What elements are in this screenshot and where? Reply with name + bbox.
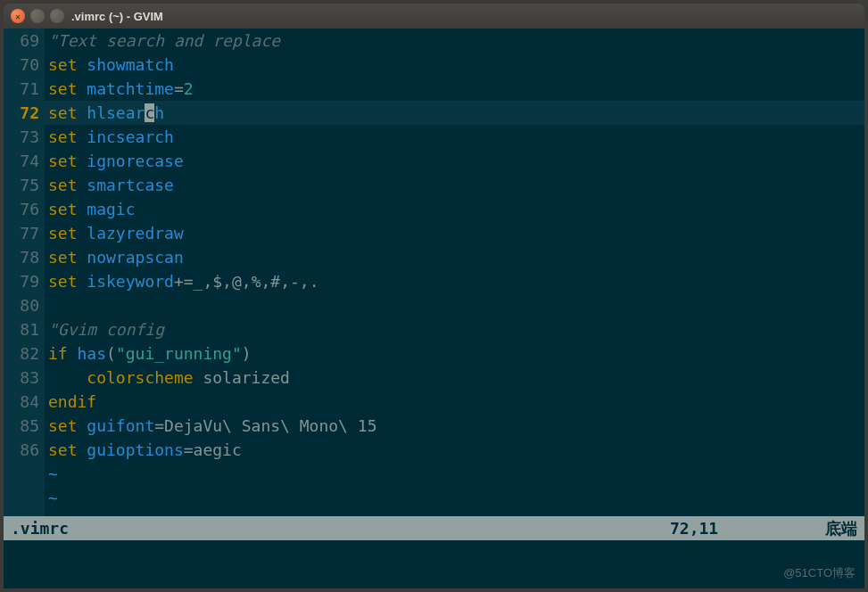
code-lines[interactable]: "Text search and replaceset showmatchset… bbox=[45, 29, 864, 516]
code-line[interactable]: colorscheme solarized bbox=[45, 366, 864, 390]
maximize-icon[interactable] bbox=[50, 9, 64, 23]
line-number: 70 bbox=[4, 53, 39, 77]
line-number: 73 bbox=[4, 125, 39, 149]
code-line[interactable]: "Gvim config bbox=[45, 317, 864, 341]
line-number: 86 bbox=[4, 438, 39, 462]
code-line[interactable]: set ignorecase bbox=[45, 149, 864, 173]
line-number-gutter: 697071727374757677787980818283848586 bbox=[4, 29, 45, 516]
code-line[interactable] bbox=[45, 293, 864, 317]
status-position: 72,11 bbox=[670, 516, 786, 540]
empty-line-tilde: ~ bbox=[45, 462, 864, 486]
window-controls: ✕ bbox=[11, 9, 64, 23]
status-filename: .vimrc bbox=[11, 516, 670, 540]
line-number: 69 bbox=[4, 29, 39, 53]
window-title: .vimrc (~) - GVIM bbox=[71, 10, 163, 23]
line-number: 71 bbox=[4, 77, 39, 101]
gvim-window: ✕ .vimrc (~) - GVIM 69707172737475767778… bbox=[4, 4, 864, 588]
close-icon[interactable]: ✕ bbox=[11, 9, 25, 23]
empty-line-tilde: ~ bbox=[45, 486, 864, 510]
code-line[interactable]: set iskeyword+=_,$,@,%,#,-,. bbox=[45, 269, 864, 293]
code-line[interactable]: "Text search and replace bbox=[45, 29, 864, 53]
watermark: @51CTO博客 bbox=[783, 561, 856, 585]
code-line[interactable]: set incsearch bbox=[45, 125, 864, 149]
line-number: 82 bbox=[4, 341, 39, 366]
line-number: 72 bbox=[4, 101, 39, 125]
titlebar[interactable]: ✕ .vimrc (~) - GVIM bbox=[4, 4, 864, 29]
code-line[interactable]: if has("gui_running") bbox=[45, 341, 864, 366]
cursor: c bbox=[145, 103, 154, 122]
line-number: 81 bbox=[4, 317, 39, 341]
editor-area[interactable]: 697071727374757677787980818283848586 "Te… bbox=[4, 29, 864, 588]
minimize-icon[interactable] bbox=[30, 9, 45, 23]
line-number: 83 bbox=[4, 366, 39, 390]
line-number: 74 bbox=[4, 149, 39, 173]
code-line[interactable]: set smartcase bbox=[45, 173, 864, 197]
line-number: 84 bbox=[4, 390, 39, 414]
code-line[interactable]: set magic bbox=[45, 197, 864, 221]
line-number: 80 bbox=[4, 293, 39, 317]
line-number: 79 bbox=[4, 269, 39, 293]
command-line-area[interactable] bbox=[4, 540, 864, 588]
line-number: 76 bbox=[4, 197, 39, 221]
code-line[interactable]: set guioptions=aegic bbox=[45, 438, 864, 462]
line-number: 75 bbox=[4, 173, 39, 197]
status-scroll: 底端 bbox=[786, 516, 857, 540]
status-bar: .vimrc 72,11 底端 bbox=[4, 516, 864, 540]
code-line[interactable]: set guifont=DejaVu\ Sans\ Mono\ 15 bbox=[45, 414, 864, 438]
code-line[interactable]: endif bbox=[45, 390, 864, 414]
line-number: 85 bbox=[4, 414, 39, 438]
code-content: 697071727374757677787980818283848586 "Te… bbox=[4, 29, 864, 516]
code-line[interactable]: set lazyredraw bbox=[45, 221, 864, 245]
code-line[interactable]: set hlsearch bbox=[45, 101, 864, 125]
code-line[interactable]: set matchtime=2 bbox=[45, 77, 864, 101]
code-line[interactable]: set nowrapscan bbox=[45, 245, 864, 269]
line-number: 78 bbox=[4, 245, 39, 269]
code-line[interactable]: set showmatch bbox=[45, 53, 864, 77]
line-number: 77 bbox=[4, 221, 39, 245]
